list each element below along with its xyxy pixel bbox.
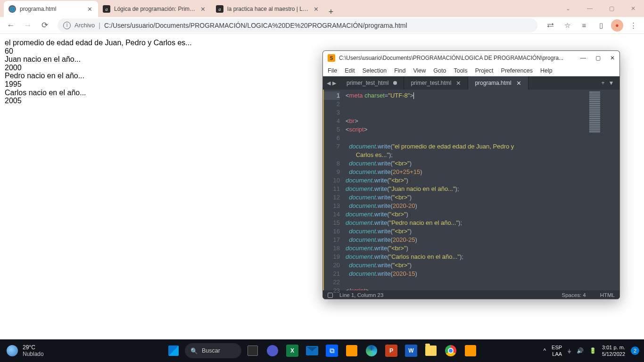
notifications-badge[interactable]: 2 [631, 346, 639, 355]
sublime-menubar: FileEditSelectionFindViewGotoToolsProjec… [323, 65, 619, 76]
file-label: Archivo [74, 22, 95, 29]
editor-tab[interactable]: programa.html✕ [468, 76, 528, 90]
task-view-icon[interactable] [244, 342, 261, 359]
side-panel-icon[interactable]: ▯ [594, 18, 608, 33]
favicon: a [216, 5, 223, 13]
chrome-titlebar: 🌐programa.html✕aLógica de programación: … [0, 0, 644, 17]
star-icon[interactable]: ☆ [560, 18, 574, 33]
close-tab-icon[interactable]: ✕ [516, 80, 521, 87]
weather-widget[interactable]: 29°C Nublado [0, 339, 50, 362]
tab-title: programa.html [20, 6, 83, 12]
favicon: 🌐 [8, 5, 16, 13]
close-button[interactable]: ✕ [610, 55, 615, 61]
sublime-logo-icon: S [328, 54, 335, 62]
language-indicator[interactable]: ESP LAA [552, 344, 562, 357]
weather-icon [7, 345, 18, 356]
battery-icon[interactable]: 🔋 [589, 347, 596, 354]
back-button[interactable]: ← [4, 18, 18, 33]
chrome-taskbar-icon[interactable] [442, 342, 459, 359]
excel-icon[interactable]: X [284, 342, 301, 359]
word-icon[interactable]: W [403, 342, 420, 359]
menu-item[interactable]: Help [540, 67, 553, 74]
maximize-button[interactable]: ▢ [595, 55, 601, 61]
page-line: el promedio de edad edad de Juan, Pedro … [5, 39, 639, 47]
chrome-tabs: 🌐programa.html✕aLógica de programación: … [0, 1, 324, 17]
indent-status[interactable]: Spaces: 4 [562, 292, 586, 298]
editor[interactable]: 1234567891011121314151617181920212223 <m… [323, 90, 619, 290]
gutter: 1234567891011121314151617181920212223 [323, 90, 344, 290]
share-icon[interactable]: ⮂ [543, 18, 557, 33]
tab-nav-arrows[interactable]: ◀ ▶ [323, 76, 340, 90]
weather-temp: 29°C [23, 344, 44, 351]
close-tab-icon[interactable]: ✕ [313, 6, 320, 13]
sublime-taskbar-icon[interactable] [343, 342, 360, 359]
menu-item[interactable]: Edit [345, 67, 355, 74]
chevron-down-icon[interactable]: ⌄ [557, 0, 579, 17]
explorer-icon[interactable] [422, 342, 439, 359]
menu-icon[interactable]: ⋮ [626, 18, 640, 33]
menu-item[interactable]: Find [394, 67, 405, 74]
sublime-title: C:\Users\usuario\Documents\PROGRAMACIÓN\… [339, 55, 563, 61]
tab-title: Lógica de programación: Primero [114, 6, 196, 12]
info-icon[interactable]: i [63, 22, 71, 29]
close-tab-icon[interactable]: ✕ [456, 80, 461, 87]
close-tab-icon[interactable]: ✕ [199, 6, 206, 13]
tab-overflow[interactable]: +▼ [596, 76, 619, 90]
edge-icon[interactable] [363, 342, 380, 359]
chrome-toolbar: ← → ⟳ i Archivo | C:/Users/usuario/Docum… [0, 17, 644, 34]
menu-item[interactable]: Preferences [501, 67, 533, 74]
weather-desc: Nublado [23, 351, 44, 357]
browser-tab[interactable]: 🌐programa.html✕ [4, 1, 98, 17]
window-controls: ⌄ — ▢ ✕ [557, 0, 644, 17]
minimap[interactable] [586, 90, 619, 290]
sublime-titlebar[interactable]: S C:\Users\usuario\Documents\PROGRAMACIÓ… [323, 51, 619, 65]
profile-avatar[interactable]: ● [611, 19, 623, 32]
close-button[interactable]: ✕ [622, 0, 644, 17]
sublime-tabs: ◀ ▶ primer_test_htmlprimer_test.html✕pro… [323, 76, 619, 90]
browser-tab[interactable]: ala practica hace al maestro | Lógi✕ [211, 1, 324, 17]
url-text: C:/Users/usuario/Documents/PROGRAMACIÓN/… [104, 22, 407, 29]
sublime-window: S C:\Users\usuario\Documents\PROGRAMACIÓ… [322, 50, 620, 299]
forward-button[interactable]: → [21, 18, 35, 33]
editor-tab[interactable]: primer_test_html [340, 76, 404, 90]
volume-icon[interactable]: 🔊 [577, 347, 584, 354]
browser-tab[interactable]: aLógica de programación: Primero✕ [98, 1, 211, 17]
clock[interactable]: 3:01 p. m. 5/12/2022 [602, 344, 625, 357]
reload-button[interactable]: ⟳ [38, 18, 52, 33]
powerpoint-icon[interactable]: P [383, 342, 400, 359]
sublime-window-controls: — ▢ ✕ [580, 55, 615, 61]
wifi-icon[interactable]: ⏚ [568, 347, 571, 354]
new-tab-button[interactable]: + [324, 7, 338, 17]
tab-title: la practica hace al maestro | Lógi [227, 6, 309, 12]
menu-item[interactable]: Selection [363, 67, 387, 74]
minimize-button[interactable]: — [579, 0, 601, 17]
tray-expand-icon[interactable]: ^ [543, 347, 546, 354]
sublime-running-icon[interactable] [462, 342, 479, 359]
dirty-dot-icon [393, 81, 397, 85]
taskbar-search[interactable]: 🔍Buscar [185, 343, 241, 358]
favicon: a [103, 5, 110, 13]
reading-list-icon[interactable]: ≡ [577, 18, 591, 33]
code-area[interactable]: <meta charset="UTF-8"> <br><script> docu… [344, 90, 586, 290]
maximize-button[interactable]: ▢ [601, 0, 622, 17]
syntax-status[interactable]: HTML [600, 292, 615, 298]
menu-item[interactable]: File [328, 67, 337, 74]
teams-icon[interactable] [264, 342, 281, 359]
taskbar: 29°C Nublado 🔍Buscar X ⧉ P W ^ ESP LAA ⏚… [0, 339, 644, 362]
menu-item[interactable]: View [413, 67, 426, 74]
address-bar[interactable]: i Archivo | C:/Users/usuario/Documents/P… [58, 18, 537, 33]
close-tab-icon[interactable]: ✕ [86, 6, 93, 13]
menu-item[interactable]: Goto [433, 67, 446, 74]
statusbar: Line 1, Column 23 Spaces: 4 HTML [323, 290, 619, 299]
start-button[interactable] [165, 342, 182, 359]
dropbox-icon[interactable]: ⧉ [323, 342, 340, 359]
system-tray: ^ ESP LAA ⏚ 🔊 🔋 3:01 p. m. 5/12/2022 2 [538, 339, 644, 362]
editor-tab[interactable]: primer_test.html✕ [404, 76, 468, 90]
search-icon: 🔍 [190, 347, 198, 354]
taskbar-center: 🔍Buscar X ⧉ P W [165, 339, 479, 362]
minimize-button[interactable]: — [580, 55, 586, 61]
mail-icon[interactable] [304, 342, 321, 359]
menu-item[interactable]: Tools [454, 67, 467, 74]
menu-item[interactable]: Project [475, 67, 494, 74]
cursor-position: Line 1, Column 23 [339, 292, 383, 298]
